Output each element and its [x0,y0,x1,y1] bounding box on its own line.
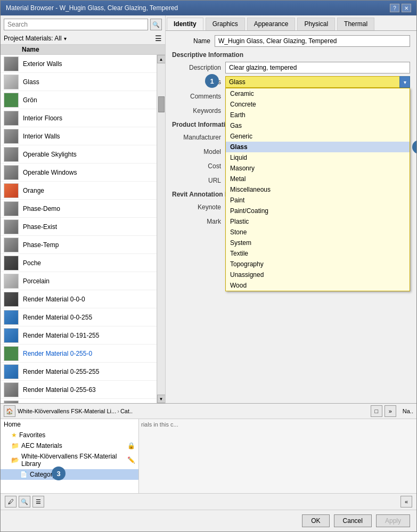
library-content-text: rials in this c... [141,421,178,428]
dropdown-item[interactable]: Earth [226,110,410,120]
dialog: Material Browser - W_Hugin Glass, Clear … [0,0,417,532]
bottom-tool-1[interactable]: 🖊 [5,496,17,508]
dropdown-item[interactable]: Liquid [226,152,410,163]
list-item[interactable]: Operable Windows [1,163,157,182]
list-item[interactable]: Render Material 0-0-0 [1,290,157,308]
dropdown-item[interactable]: System [226,238,410,248]
list-item[interactable]: Phase-Demo [1,200,157,218]
dropdown-item[interactable]: Topography [226,259,410,269]
dropdown-item[interactable]: Miscellaneous [226,184,410,195]
scroll-track[interactable] [158,63,165,395]
close-button[interactable]: ✕ [402,4,411,12]
dropdown-item[interactable]: Ceramic [226,88,410,99]
list-item[interactable]: Orange [1,182,157,200]
list-item[interactable]: Poche [1,254,157,272]
list-header: Name [1,44,165,55]
dropdown-item[interactable]: Paint [226,195,410,206]
list-item[interactable]: Render Material 0-255-255 [1,363,157,381]
material-name-text: Render Material 0-0-0 [23,296,85,303]
search-bar: 🔍 [1,15,165,32]
tree-library[interactable]: 📂 White-Klövervallens FSK-Material Libra… [1,451,138,469]
cancel-button[interactable]: Cancel [334,514,372,527]
pm-label: Project Materials: All ▾ [4,35,67,42]
tab-identity[interactable]: Identity [167,18,203,30]
dropdown-item[interactable]: Stone [226,227,410,238]
tree-category[interactable]: 📄 Category 3 [1,469,138,480]
identity-tab-content: Name Descriptive Information Description… [166,31,416,403]
list-item[interactable]: Phase-Exist [1,218,157,236]
list-item[interactable]: Operable Skylights [1,145,157,163]
folder-icon: 📁 [11,442,19,449]
tree-home[interactable]: Home [1,419,138,430]
search-button[interactable]: 🔍 [150,19,162,30]
list-item[interactable]: Render Material 0-191-255 [1,326,157,345]
bottom-collapse-btn[interactable]: « [400,496,412,508]
bottom-tool-3[interactable]: ☰ [32,496,44,508]
tab-appearance[interactable]: Appearance [247,18,296,30]
apply-button[interactable]: Apply [376,514,410,527]
list-item[interactable]: Porcelain [1,272,157,290]
material-name-text: Glass [23,78,39,86]
tree-aec[interactable]: 📁 AEC Materials 🔒 [1,440,138,451]
bottom-more-btn[interactable]: » [385,405,396,417]
list-item[interactable]: Render Material 0-255-63 [1,381,157,399]
dropdown-item[interactable]: Unassigned [226,269,410,280]
folder-open-icon: 📂 [11,456,19,464]
material-name-text: Phase-Temp [23,241,59,249]
material-icon [4,93,19,108]
callout-1: 1 [205,74,219,88]
dropdown-item[interactable]: Concrete [226,99,410,110]
bottom-expand-btn[interactable]: □ [371,405,382,417]
callout-3: 3 [52,466,66,480]
tab-physical[interactable]: Physical [297,18,335,30]
help-button[interactable]: ? [390,4,399,12]
material-name-text: Render Material 0-191-255 [23,332,99,339]
material-icon [4,382,19,397]
search-input[interactable] [4,19,148,30]
scroll-thumb[interactable] [158,96,165,112]
tab-thermal[interactable]: Thermal [337,18,374,30]
dropdown-item[interactable]: Wood [226,280,410,291]
description-input[interactable] [225,62,410,73]
dropdown-item[interactable]: Metal [226,174,410,184]
material-name-input[interactable] [215,35,410,47]
bottom-right-content: rials in this c... [139,419,416,493]
ok-button[interactable]: OK [302,514,329,527]
pm-dropdown-arrow[interactable]: ▾ [64,36,67,42]
scroll-up-btn[interactable]: ▲ [157,55,166,63]
list-item[interactable]: Grön [1,91,157,109]
scrollbar[interactable]: ▲ ▼ [157,55,165,403]
tree-favorites[interactable]: ★ Favorites [1,430,138,440]
class-selected-value: Glass [229,78,246,86]
dropdown-item[interactable]: Generic [226,131,410,142]
list-item[interactable]: Exterior Walls [1,55,157,73]
list-item[interactable]: Glass [1,73,157,91]
path-library: White-Klövervallens FSK-Material Li... [18,408,116,414]
name-row: Name [172,35,410,47]
library-label: White-Klövervallens FSK-Material Library [21,453,125,468]
bottom-tool-2[interactable]: 🔍 [19,496,30,508]
path-cat: Cat.. [120,408,133,414]
list-item[interactable]: Render Material 0-255-0 [1,345,157,363]
class-dropdown-button[interactable]: Glass [225,76,410,88]
list-item[interactable]: Phase-Temp [1,236,157,254]
dropdown-item[interactable]: Plastic [226,216,410,227]
list-item[interactable]: Interior Floors [1,109,157,127]
dropdown-item[interactable]: Paint/Coating [226,206,410,216]
model-label: Model [172,148,225,155]
scroll-down-btn[interactable]: ▼ [157,395,166,403]
dropdown-item[interactable]: Textile [226,248,410,259]
class-dropdown-arrow-btn[interactable]: ▾ [399,76,410,88]
material-name-text: Phase-Demo [23,205,60,212]
material-name-text: Interior Floors [23,114,62,122]
list-view-button[interactable]: ☰ [155,34,162,43]
home-nav-button[interactable]: 🏠 [4,405,15,417]
dropdown-item[interactable]: Glass [226,142,410,152]
list-item[interactable]: Interior Walls [1,127,157,145]
dropdown-item[interactable]: Gas [226,120,410,131]
list-item[interactable]: Render Material 101-101-101 [1,399,157,403]
name-column-header: Name [22,46,39,53]
list-item[interactable]: Render Material 0-0-255 [1,308,157,326]
dropdown-item[interactable]: Masonry [226,163,410,174]
tab-graphics[interactable]: Graphics [206,18,245,30]
